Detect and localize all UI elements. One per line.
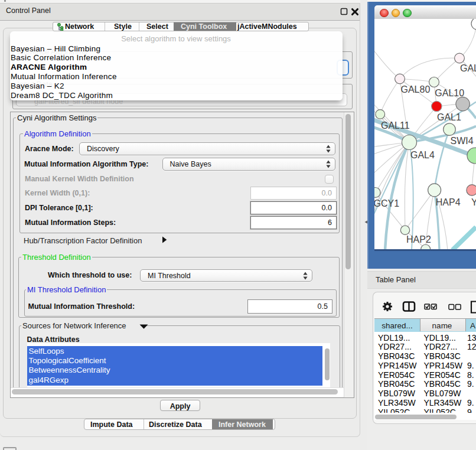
svg-text:GAL1: GAL1: [437, 112, 461, 122]
svg-text:GAL7: GAL7: [460, 63, 476, 73]
svg-text:HAP4: HAP4: [436, 197, 461, 207]
svg-text:SWI4: SWI4: [451, 135, 474, 145]
svg-text:GAL4: GAL4: [410, 150, 435, 160]
svg-text:GAL10: GAL10: [435, 88, 464, 98]
svg-text:GCY1: GCY1: [374, 198, 399, 208]
svg-text:HAP2: HAP2: [406, 234, 431, 244]
svg-text:GAL80: GAL80: [401, 84, 431, 94]
svg-text:GAL11: GAL11: [381, 120, 410, 131]
svg-text:Y: Y: [471, 197, 476, 207]
